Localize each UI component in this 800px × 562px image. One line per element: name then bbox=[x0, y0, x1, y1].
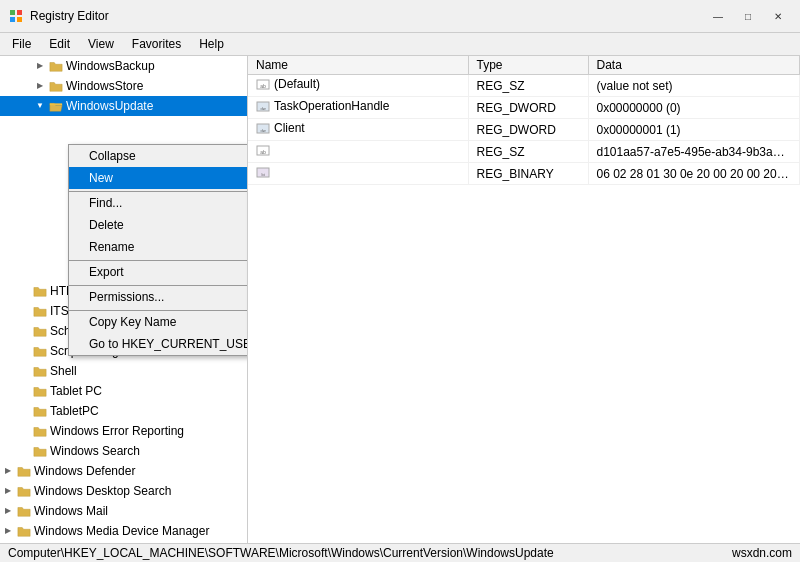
row-name: ab (Default) bbox=[248, 75, 468, 97]
tree-item-wmdm[interactable]: Windows Media Device Manager bbox=[0, 521, 247, 541]
expand-arrow bbox=[16, 303, 32, 319]
row-data: 06 02 28 01 30 0e 20 00 20 00 20 00 20 0… bbox=[588, 163, 800, 185]
row-type: REG_DWORD bbox=[468, 119, 588, 141]
tree-label: WindowsStore bbox=[66, 77, 143, 95]
expand-arrow bbox=[0, 463, 16, 479]
table-row[interactable]: dw Client REG_DWORD 0x00000001 (1) bbox=[248, 119, 800, 141]
row-name: ab bbox=[248, 141, 468, 163]
svg-text:dw: dw bbox=[260, 106, 265, 111]
tree-item-wer[interactable]: Windows Error Reporting bbox=[0, 421, 247, 441]
folder-icon bbox=[32, 363, 48, 379]
window-controls: — □ ✕ bbox=[704, 6, 792, 26]
expand-arrow bbox=[16, 283, 32, 299]
expand-arrow bbox=[16, 383, 32, 399]
ctx-delete[interactable]: Delete bbox=[69, 214, 247, 236]
table-row[interactable]: bi REG_BINARY 06 02 28 01 30 0e 20 00 20… bbox=[248, 163, 800, 185]
tree-item-shell[interactable]: Shell bbox=[0, 361, 247, 381]
title-bar: Registry Editor — □ ✕ bbox=[0, 0, 800, 33]
close-button[interactable]: ✕ bbox=[764, 6, 792, 26]
svg-text:ab: ab bbox=[260, 149, 266, 155]
ctx-copy-key-name[interactable]: Copy Key Name bbox=[69, 310, 247, 333]
folder-icon bbox=[16, 523, 32, 539]
folder-icon bbox=[16, 463, 32, 479]
folder-icon bbox=[32, 323, 48, 339]
menu-file[interactable]: File bbox=[4, 35, 39, 53]
row-data: (value not set) bbox=[588, 75, 800, 97]
row-data: d101aa57-a7e5-495e-ab34-9b3a8cdb97bf bbox=[588, 141, 800, 163]
row-data: 0x00000001 (1) bbox=[588, 119, 800, 141]
expand-arrow bbox=[32, 78, 48, 94]
row-type: REG_SZ bbox=[468, 75, 588, 97]
tree-item-tablet-pc[interactable]: Tablet PC bbox=[0, 381, 247, 401]
ctx-rename[interactable]: Rename bbox=[69, 236, 247, 258]
ctx-collapse[interactable]: Collapse bbox=[69, 145, 247, 167]
row-name: bi bbox=[248, 163, 468, 185]
svg-rect-1 bbox=[17, 10, 22, 15]
expand-arrow bbox=[32, 58, 48, 74]
tree-item-windowsstore[interactable]: WindowsStore bbox=[0, 76, 247, 96]
expand-arrow bbox=[16, 343, 32, 359]
row-name: dw Client bbox=[248, 119, 468, 141]
tree-item-windows-desktop-search[interactable]: Windows Desktop Search bbox=[0, 481, 247, 501]
ctx-new[interactable]: New Key String Value Binary Value DWORD … bbox=[69, 167, 247, 189]
folder-icon bbox=[32, 303, 48, 319]
col-header-name[interactable]: Name bbox=[248, 56, 468, 75]
tree-label: Windows Desktop Search bbox=[34, 482, 171, 500]
expand-arrow bbox=[0, 503, 16, 519]
expand-arrow bbox=[0, 483, 16, 499]
tree-label: Windows Mail bbox=[34, 502, 108, 520]
svg-rect-3 bbox=[17, 17, 22, 22]
window-title: Registry Editor bbox=[30, 9, 109, 23]
status-site: wsxdn.com bbox=[732, 546, 792, 560]
ctx-permissions[interactable]: Permissions... bbox=[69, 285, 247, 308]
main-area: WindowsBackup WindowsStore WindowsUpdate bbox=[0, 56, 800, 543]
ctx-export[interactable]: Export bbox=[69, 260, 247, 283]
tree-item-tabletpc[interactable]: TabletPC bbox=[0, 401, 247, 421]
col-header-type[interactable]: Type bbox=[468, 56, 588, 75]
svg-text:bi: bi bbox=[261, 172, 264, 177]
tree-item-wmf[interactable]: Windows Media Foundation bbox=[0, 541, 247, 543]
folder-icon bbox=[32, 423, 48, 439]
menu-edit[interactable]: Edit bbox=[41, 35, 78, 53]
menu-help[interactable]: Help bbox=[191, 35, 232, 53]
tree-item-windows-search[interactable]: Windows Search bbox=[0, 441, 247, 461]
folder-icon bbox=[32, 343, 48, 359]
col-header-data[interactable]: Data bbox=[588, 56, 800, 75]
context-menu: Collapse New Key String Value Binary Val… bbox=[68, 144, 247, 356]
ctx-find[interactable]: Find... bbox=[69, 191, 247, 214]
table-row[interactable]: ab (Default) REG_SZ (value not set) bbox=[248, 75, 800, 97]
tree-label: Windows Media Device Manager bbox=[34, 522, 209, 540]
tree-item-windowsbackup[interactable]: WindowsBackup bbox=[0, 56, 247, 76]
tree-label: Windows Defender bbox=[34, 462, 135, 480]
tree-label: Windows Search bbox=[50, 442, 140, 460]
right-panel: Name Type Data ab (Default) REG_SZ bbox=[248, 56, 800, 543]
tree-item-windowsupdate[interactable]: WindowsUpdate bbox=[0, 96, 247, 116]
table-row[interactable]: dw TaskOperationHandle REG_DWORD 0x00000… bbox=[248, 97, 800, 119]
registry-table-wrapper[interactable]: Name Type Data ab (Default) REG_SZ bbox=[248, 56, 800, 543]
menu-view[interactable]: View bbox=[80, 35, 122, 53]
maximize-button[interactable]: □ bbox=[734, 6, 762, 26]
folder-icon bbox=[32, 383, 48, 399]
tree-label: Windows Media Foundation bbox=[34, 542, 182, 543]
expand-arrow bbox=[0, 523, 16, 539]
table-row[interactable]: ab REG_SZ d101aa57-a7e5-495e-ab34-9b3a8c… bbox=[248, 141, 800, 163]
expand-arrow bbox=[16, 323, 32, 339]
tree-item-windows-defender[interactable]: Windows Defender bbox=[0, 461, 247, 481]
expand-arrow bbox=[16, 403, 32, 419]
tree-label: Tablet PC bbox=[50, 382, 102, 400]
svg-text:dw: dw bbox=[260, 128, 265, 133]
tree-item-windows-mail[interactable]: Windows Mail bbox=[0, 501, 247, 521]
folder-icon bbox=[16, 503, 32, 519]
tree-label: WindowsUpdate bbox=[66, 97, 153, 115]
ctx-goto-hkcu[interactable]: Go to HKEY_CURRENT_USER bbox=[69, 333, 247, 355]
folder-icon bbox=[16, 483, 32, 499]
row-type: REG_SZ bbox=[468, 141, 588, 163]
minimize-button[interactable]: — bbox=[704, 6, 732, 26]
menu-favorites[interactable]: Favorites bbox=[124, 35, 189, 53]
row-type: REG_BINARY bbox=[468, 163, 588, 185]
status-bar: Computer\HKEY_LOCAL_MACHINE\SOFTWARE\Mic… bbox=[0, 543, 800, 562]
folder-icon bbox=[48, 78, 64, 94]
folder-icon bbox=[32, 443, 48, 459]
tree-scroll[interactable]: WindowsBackup WindowsStore WindowsUpdate bbox=[0, 56, 247, 543]
svg-rect-2 bbox=[10, 17, 15, 22]
